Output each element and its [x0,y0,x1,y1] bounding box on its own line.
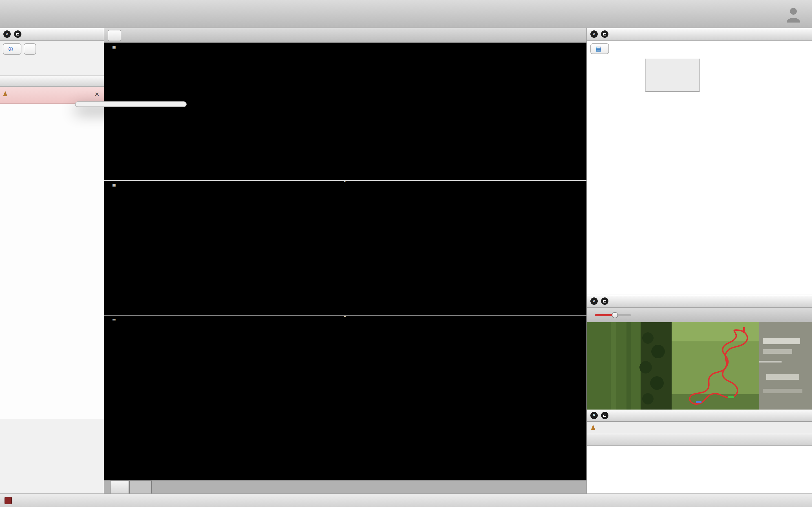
left-panel-empty-area [0,104,104,419]
tab-new-layout[interactable] [129,481,152,494]
tab-layout-1[interactable] [110,481,129,494]
temperature1-chart[interactable]: ⇕ ≡ [104,180,587,316]
close-panel-icon[interactable]: × [591,297,598,305]
status-bar [0,494,812,507]
lap-selection-panel-header: × [0,28,104,41]
channels-dropdown[interactable] [108,30,121,41]
main-toolbar [0,0,812,28]
track-map-view[interactable] [587,322,812,409]
left-panel-spacer [0,57,104,75]
rpm-plot[interactable] [104,52,587,180]
lap-selection-panel: × ⊕ ♟ × [0,28,104,494]
open-session-button[interactable]: ⊕ [3,43,21,55]
drag-handle-icon[interactable]: ≡ [112,44,116,51]
layout-tabs-bar [104,480,587,494]
split-times-panel: × ♟ [587,409,812,494]
track-map-panel: × [587,295,812,409]
open-session-plus-icon: ⊕ [8,45,13,53]
drag-handle-icon[interactable]: ≡ [112,317,116,324]
application-window: × ⊕ ♟ × [0,0,812,507]
rpm-chart[interactable]: ≡ [104,43,587,180]
close-panel-icon[interactable]: × [591,412,598,419]
close-session-x-icon[interactable]: × [95,90,99,98]
current-values-column-header[interactable] [645,59,700,92]
open-session-row: ⊕ [0,41,104,57]
track-map-toolbar [587,307,812,322]
session-color-icon [4,497,12,504]
channels-list-icon: ▤ [596,45,601,52]
current-values-panel-header: × [587,28,812,41]
driver-icon: ♟ [591,424,596,432]
chart-splitter-handle-icon[interactable]: ⇕ [342,180,349,184]
chart-toolbar [104,28,587,43]
driver-icon: ♟ [2,90,8,98]
track-map-panel-header: × [587,295,812,307]
split-times-table-header [587,434,812,446]
chart-splitter-handle-icon[interactable]: ⇕ [342,316,349,320]
detach-panel-icon[interactable] [601,31,608,38]
select-channels-button[interactable]: ▤ [591,43,609,54]
track-map-image[interactable] [587,322,812,409]
user-account-icon[interactable] [785,6,802,22]
detach-panel-icon[interactable] [601,297,608,305]
session-filter-button[interactable] [24,43,36,55]
current-values-panel: × ▤ [587,28,812,295]
temperature1-plot[interactable] [104,190,587,316]
temperature2-plot[interactable] [104,325,587,480]
detach-panel-icon[interactable] [14,31,21,38]
detach-panel-icon[interactable] [601,412,608,419]
session-driver-row[interactable]: ♟ × [0,87,104,104]
close-panel-icon[interactable]: × [3,31,11,38]
current-values-body: ▤ [587,41,812,295]
temperature2-chart[interactable]: ⇕ ≡ [104,316,587,480]
session-context-menu [75,101,187,107]
split-times-panel-header: × [587,409,812,422]
split-times-driver-row[interactable]: ♟ [587,422,812,434]
chart-area-column: ≡ ⇕ ≡ ⇕ ≡ [104,28,587,494]
slider-thumb[interactable] [612,312,618,318]
drag-handle-icon[interactable]: ≡ [112,182,116,189]
map-zoom-slider[interactable] [595,311,631,318]
charts-container: ≡ ⇕ ≡ ⇕ ≡ [104,43,587,480]
rpm-chart-header[interactable]: ≡ [104,43,587,52]
session-group-header[interactable] [0,75,104,87]
close-panel-icon[interactable]: × [591,31,598,38]
right-panels-column: × ▤ × [587,28,812,494]
